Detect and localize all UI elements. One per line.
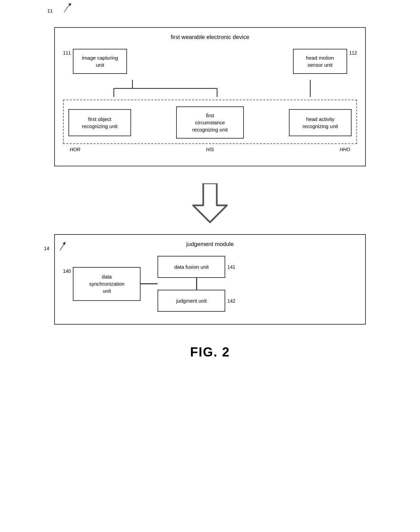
image-capturing-unit-label: image capturingunit: [82, 54, 118, 68]
hollow-arrow-svg: [190, 183, 230, 224]
top-module-wrapper: 11 first wearable electronic device 111 …: [54, 14, 366, 166]
ref-140: 140: [63, 268, 71, 274]
h-connector-1: [141, 283, 158, 284]
fig-label: FIG. 2: [190, 345, 230, 360]
head-motion-sensor-label: head motionsensor unit: [306, 54, 334, 68]
head-activity-label: head activityrecognizing unit: [302, 116, 338, 130]
connector-svg-top: [63, 80, 357, 97]
ref-141: 141: [227, 264, 235, 270]
head-activity-recognizing-unit: head activityrecognizing unit: [289, 109, 352, 136]
v-connector: [196, 278, 197, 290]
ref-112: 112: [349, 50, 357, 56]
data-sync-label: datasynchronizationunit: [89, 273, 124, 294]
first-circumstance-recognizing-unit: firstcircumstancerecognizing unit: [176, 106, 244, 139]
ref-14-label: 14: [44, 246, 49, 251]
ref-142: 142: [227, 298, 235, 304]
first-object-recognizing-unit: first objectrecognizing unit: [68, 109, 131, 136]
bottom-labels: HOR HIS HHO: [63, 144, 357, 152]
ref-11-label: 11: [47, 8, 53, 14]
judgment-unit: judgment unit: [158, 290, 225, 312]
first-circumstance-label: firstcircumstancerecognizing unit: [192, 112, 228, 133]
dashed-box: first objectrecognizing unit firstcircum…: [63, 100, 357, 144]
data-sync-unit: datasynchronizationunit: [73, 267, 141, 301]
bottom-module: judgement module 140 datasynchronization…: [54, 234, 366, 325]
top-row: 111 image capturingunit head motionsenso…: [63, 49, 357, 74]
bottom-module-wrapper: 14 judgement module 140 datasynchronizat…: [54, 231, 366, 325]
data-fusion-unit: data fusion unit: [158, 256, 225, 278]
label-hor: HOR: [70, 147, 80, 152]
ref-11: 11: [47, 3, 71, 14]
first-object-label: first objectrecognizing unit: [82, 116, 118, 130]
svg-marker-6: [193, 183, 227, 222]
arrow-down-area: [190, 183, 230, 224]
right-stack: data fusion unit 141 judgment unit 142: [158, 256, 235, 312]
label-hho: HHO: [340, 147, 350, 152]
judgment-unit-label: judgment unit: [176, 297, 207, 304]
label-his: HIS: [206, 147, 214, 152]
top-module-title: first wearable electronic device: [63, 34, 357, 41]
bottom-inner: 140 datasynchronizationunit data fusion …: [63, 256, 357, 312]
head-motion-sensor-unit: head motionsensor unit: [293, 49, 347, 74]
image-capturing-unit: image capturingunit: [73, 49, 127, 74]
ref-111: 111: [63, 50, 71, 56]
top-module: first wearable electronic device 111 ima…: [54, 27, 366, 166]
data-fusion-label: data fusion unit: [174, 263, 209, 270]
diagram: 11 first wearable electronic device 111 …: [20, 14, 400, 360]
bottom-module-title: judgement module: [63, 241, 357, 248]
